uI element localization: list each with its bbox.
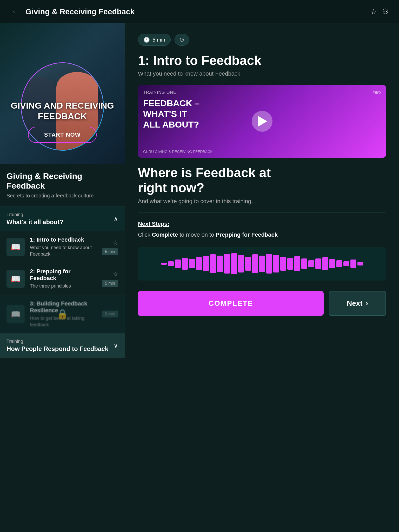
wave-bar bbox=[294, 256, 300, 271]
left-panel: GIVING AND RECEIVING FEEDBACK START NOW … bbox=[0, 23, 125, 532]
chevron-up-icon: ∧ bbox=[114, 215, 118, 223]
lesson-icon-2: 📖 bbox=[6, 270, 25, 288]
next-steps-area: Next Steps: Click Complete to move on to… bbox=[138, 221, 386, 239]
video-intro-label: intro bbox=[373, 90, 381, 95]
audio-waveform[interactable] bbox=[138, 247, 386, 281]
video-title-text: FEEDBACK – WHAT'S IT ALL ABOUT? bbox=[143, 98, 200, 130]
wave-bar bbox=[259, 256, 265, 272]
duration-badge-1: 5 min bbox=[102, 248, 118, 255]
book-icon-1: 📖 bbox=[11, 242, 21, 251]
lesson-item-1[interactable]: 📖 1: Intro to Feedback What you need to … bbox=[0, 231, 125, 263]
next-arrow-icon: › bbox=[366, 299, 368, 308]
training-header-1[interactable]: Training What's it all about? ∧ bbox=[0, 207, 125, 231]
next-steps-title: Next Steps: bbox=[138, 221, 386, 227]
lesson-info-2: 2: Prepping for Feedback The three princ… bbox=[30, 268, 97, 289]
wave-bar bbox=[210, 254, 216, 273]
section-subtext: And what we're going to cover in this tr… bbox=[138, 198, 386, 205]
main-layout: GIVING AND RECEIVING FEEDBACK START NOW … bbox=[0, 23, 399, 532]
play-button[interactable] bbox=[252, 111, 272, 132]
bookmark-button[interactable]: ☆ bbox=[370, 7, 377, 16]
play-triangle-icon bbox=[258, 116, 267, 127]
training-section-1: Training What's it all about? ∧ 📖 1: Int… bbox=[0, 207, 125, 334]
duration-badge-2: 5 min bbox=[102, 280, 118, 287]
lesson-icon-1: 📖 bbox=[6, 238, 25, 256]
wave-bar bbox=[357, 262, 363, 265]
lesson-title-1: 1: Intro to Feedback bbox=[30, 236, 97, 243]
lesson-heading: 1: Intro to Feedback bbox=[138, 54, 386, 68]
duration-text: 5 min bbox=[152, 37, 165, 43]
hero-title: GIVING AND RECEIVING FEEDBACK bbox=[11, 100, 114, 122]
lesson-desc-1: What you need to know about Feedback bbox=[30, 244, 97, 257]
lesson-heading-area: 1: Intro to Feedback What you need to kn… bbox=[138, 54, 386, 77]
badges-row: 🕐 5 min ⚇ bbox=[138, 34, 386, 46]
lesson-meta-2: ☆ 5 min bbox=[102, 271, 118, 287]
wave-bar bbox=[175, 260, 181, 268]
action-buttons: COMPLETE Next › bbox=[138, 291, 386, 316]
wave-bar bbox=[350, 260, 356, 268]
lesson-desc-2: The three principles bbox=[30, 283, 97, 289]
training-header-2[interactable]: Training How People Respond to Feedback … bbox=[0, 334, 125, 358]
course-subtitle: Secrets to creating a feedback culture bbox=[6, 193, 118, 199]
wave-bar bbox=[301, 258, 307, 269]
header-title: Giving & Receiving Feedback bbox=[25, 7, 135, 16]
wave-bar bbox=[273, 255, 279, 272]
wave-bar bbox=[343, 261, 349, 266]
video-branding: GURU GIVING & RECEIVING FEEDBACK bbox=[143, 150, 213, 154]
hero-image: GIVING AND RECEIVING FEEDBACK START NOW bbox=[0, 23, 125, 164]
wave-bar bbox=[252, 254, 258, 273]
chevron-down-icon: ∨ bbox=[114, 342, 118, 349]
training-section-2: Training How People Respond to Feedback … bbox=[0, 334, 125, 358]
next-button[interactable]: Next › bbox=[329, 291, 386, 316]
back-button[interactable]: ← bbox=[10, 6, 20, 17]
duration-badge-3: 5 min bbox=[102, 311, 118, 317]
lesson-icon-3: 📖 bbox=[6, 305, 25, 323]
wave-bar bbox=[280, 257, 286, 271]
wave-bar bbox=[238, 255, 244, 272]
link-copy-button[interactable]: ⚇ bbox=[175, 34, 189, 46]
lesson-info-1: 1: Intro to Feedback What you need to kn… bbox=[30, 236, 97, 257]
clock-icon: 🕐 bbox=[143, 37, 150, 43]
divider-1 bbox=[138, 212, 386, 213]
right-panel: 🕐 5 min ⚇ 1: Intro to Feedback What you … bbox=[125, 23, 399, 532]
wave-bar bbox=[196, 257, 202, 270]
wave-bar bbox=[315, 258, 321, 269]
wave-bar bbox=[266, 254, 272, 274]
wave-bar bbox=[189, 259, 195, 268]
wave-bar bbox=[308, 260, 314, 267]
time-badge: 🕐 5 min bbox=[138, 34, 171, 46]
wave-bar bbox=[336, 260, 342, 267]
wave-bar bbox=[161, 263, 167, 264]
wave-bar bbox=[329, 259, 335, 268]
training-label-1: Training bbox=[6, 212, 63, 217]
star-icon-1[interactable]: ☆ bbox=[112, 239, 118, 246]
lesson-item-2[interactable]: 📖 2: Prepping for Feedback The three pri… bbox=[0, 263, 125, 295]
wave-bar bbox=[287, 258, 293, 270]
lesson-subheading: What you need to know about Feedback bbox=[138, 70, 386, 77]
lesson-title-2: 2: Prepping for Feedback bbox=[30, 268, 97, 282]
complete-button[interactable]: COMPLETE bbox=[138, 291, 324, 316]
start-now-button[interactable]: START NOW bbox=[28, 127, 97, 143]
section-heading: Where is Feedback at right now? bbox=[138, 165, 386, 195]
video-thumbnail[interactable]: TRAINING ONE intro FEEDBACK – WHAT'S IT … bbox=[138, 85, 386, 158]
wave-bar bbox=[322, 257, 328, 270]
lock-icon: 🔒 bbox=[57, 309, 68, 320]
wave-bar bbox=[203, 256, 209, 271]
share-button[interactable]: ⚇ bbox=[382, 7, 389, 16]
hero-text: GIVING AND RECEIVING FEEDBACK START NOW bbox=[11, 100, 114, 143]
course-title: Giving & Receiving Feedback bbox=[6, 171, 118, 191]
header-left: ← Giving & Receiving Feedback bbox=[10, 6, 135, 17]
prepping-bold: Prepping for Feedback bbox=[216, 231, 278, 238]
next-label: Next bbox=[347, 299, 363, 308]
training-label-2: Training bbox=[6, 339, 108, 344]
wave-bar bbox=[182, 258, 188, 270]
wave-bar bbox=[231, 253, 237, 274]
star-icon-2[interactable]: ☆ bbox=[112, 271, 118, 278]
video-training-label: TRAINING ONE bbox=[143, 90, 176, 95]
course-info: Giving & Receiving Feedback Secrets to c… bbox=[0, 164, 125, 207]
training-name-1: What's it all about? bbox=[6, 218, 63, 226]
book-icon-3: 📖 bbox=[11, 310, 21, 319]
lesson-item-3: 📖 3: Building Feedback Resilience How to… bbox=[0, 295, 125, 333]
book-icon-2: 📖 bbox=[11, 274, 21, 283]
wave-bar bbox=[224, 254, 230, 274]
header: ← Giving & Receiving Feedback ☆ ⚇ bbox=[0, 0, 399, 23]
